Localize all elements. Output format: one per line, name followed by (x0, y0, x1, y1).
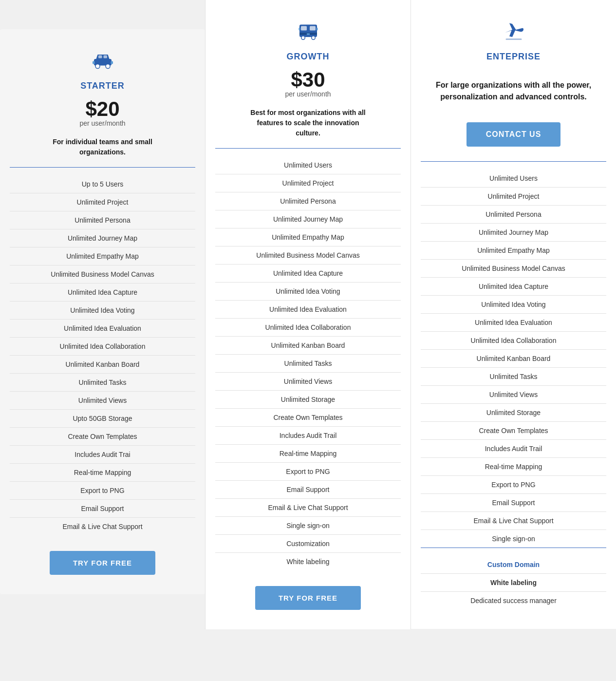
list-item: Unlimited Tasks (10, 374, 195, 392)
growth-features: Unlimited Users Unlimited Project Unlimi… (215, 156, 401, 570)
enterprise-plan: ENTEPRISE For large organizations with a… (411, 0, 616, 629)
list-item: Real-time Mapping (10, 464, 195, 482)
svg-point-12 (301, 36, 305, 40)
list-item: Email & Live Chat Support (215, 499, 401, 517)
list-item: Unlimited Empathy Map (215, 228, 401, 246)
list-item: Unlimited Business Model Canvas (215, 246, 401, 265)
list-item: Unlimited Views (215, 373, 401, 391)
white-labeling-feature: White labeling (490, 579, 537, 586)
growth-cta-button[interactable]: TRY FOR FREE (255, 586, 361, 610)
list-item: Create Own Templates (10, 428, 195, 446)
svg-rect-5 (103, 56, 107, 58)
list-item: Real-time Mapping (421, 458, 606, 476)
svg-point-3 (106, 64, 110, 69)
list-item: Unlimited Idea Evaluation (10, 320, 195, 338)
enterprise-divider-2 (421, 548, 606, 548)
enterprise-name: ENTEPRISE (486, 52, 541, 62)
list-item: Unlimited Business Model Canvas (10, 265, 195, 284)
list-item: Unlimited Idea Collaboration (10, 338, 195, 356)
list-item: Unlimited Idea Evaluation (421, 314, 606, 332)
starter-plan: STARTER $20 per user/month For individua… (0, 29, 205, 594)
list-item: Upto 50GB Storage (10, 410, 195, 428)
svg-rect-16 (316, 28, 317, 31)
growth-plan: GROWTH $30 per user/month Best for most … (205, 0, 411, 629)
list-item: Unlimited Business Model Canvas (421, 260, 606, 278)
svg-rect-9 (301, 26, 307, 31)
list-item: Includes Audit Trail (215, 427, 401, 445)
list-item: Unlimited Tasks (215, 355, 401, 373)
list-item: Unlimited Users (215, 156, 401, 174)
svg-rect-15 (299, 28, 300, 31)
svg-marker-1 (96, 55, 109, 59)
svg-rect-6 (93, 61, 95, 64)
list-item: Unlimited Project (10, 193, 195, 211)
growth-price: $30 (291, 70, 325, 90)
list-item: Unlimited Idea Voting (10, 302, 195, 320)
list-item: Single sign-on (215, 517, 401, 535)
list-item: Unlimited Storage (215, 391, 401, 409)
list-item: Unlimited Journey Map (215, 210, 401, 228)
list-item: Includes Audit Trai (10, 446, 195, 464)
starter-divider (10, 167, 195, 168)
list-item: Unlimited Users (421, 170, 606, 188)
list-item: Unlimited Views (10, 392, 195, 410)
list-item: Unlimited Kanban Board (215, 337, 401, 355)
starter-description: For individual teams and small organizat… (39, 137, 166, 157)
list-item: Unlimited Idea Voting (215, 283, 401, 301)
list-item: Email & Live Chat Support (421, 512, 606, 530)
growth-divider (215, 148, 401, 149)
list-item: Single sign-on (421, 530, 606, 548)
enterprise-icon (502, 19, 525, 48)
list-item: Unlimited Idea Collaboration (421, 332, 606, 350)
list-item: Email Support (421, 494, 606, 512)
list-item: Unlimited Tasks (421, 368, 606, 386)
list-item: Unlimited Kanban Board (10, 356, 195, 374)
list-item: Export to PNG (215, 463, 401, 481)
svg-rect-10 (310, 26, 316, 31)
list-item: Unlimited Persona (10, 211, 195, 229)
list-item: Customization (215, 535, 401, 553)
svg-rect-4 (98, 56, 102, 58)
custom-domain-feature: Custom Domain (487, 561, 540, 568)
list-item: Up to 5 Users (10, 175, 195, 193)
list-item: Unlimited Storage (421, 404, 606, 422)
svg-point-2 (95, 64, 100, 69)
enterprise-description: For large organizations with all the pow… (421, 79, 606, 103)
list-item: Create Own Templates (421, 422, 606, 440)
growth-description: Best for most organizations with all fea… (245, 108, 372, 138)
list-item: Unlimited Idea Voting (421, 296, 606, 314)
growth-name: GROWTH (287, 52, 330, 62)
list-item: Unlimited Kanban Board (421, 350, 606, 368)
list-item: Unlimited Persona (421, 206, 606, 224)
enterprise-cta-button[interactable]: CONTACT US (467, 122, 561, 147)
list-item: Unlimited Idea Capture (421, 278, 606, 296)
list-item: Dedicated success manager (421, 592, 606, 609)
growth-period: per user/month (285, 90, 331, 98)
list-item: Export to PNG (10, 482, 195, 500)
list-item: Export to PNG (421, 476, 606, 494)
list-item: Unlimited Idea Evaluation (215, 301, 401, 319)
svg-rect-14 (307, 34, 310, 35)
list-item: Custom Domain (421, 556, 606, 574)
starter-icon (91, 49, 114, 77)
list-item: Unlimited Persona (215, 192, 401, 210)
list-item: Unlimited Journey Map (421, 224, 606, 242)
list-item: Unlimited Idea Capture (10, 284, 195, 302)
list-item: Real-time Mapping (215, 445, 401, 463)
list-item: Unlimited Empathy Map (421, 242, 606, 260)
list-item: Unlimited Empathy Map (10, 247, 195, 265)
list-item: Email Support (215, 481, 401, 499)
starter-name: STARTER (80, 81, 125, 91)
starter-cta-button[interactable]: TRY FOR FREE (50, 551, 155, 575)
enterprise-extra-features: Custom Domain White labeling Dedicated s… (421, 556, 606, 609)
enterprise-features: Unlimited Users Unlimited Project Unlimi… (421, 170, 606, 548)
list-item: Unlimited Idea Collaboration (215, 319, 401, 337)
starter-features: Up to 5 Users Unlimited Project Unlimite… (10, 175, 195, 535)
svg-rect-7 (111, 61, 113, 64)
pricing-container: STARTER $20 per user/month For individua… (0, 0, 616, 681)
list-item: Unlimited Project (421, 188, 606, 206)
list-item: Unlimited Project (215, 174, 401, 192)
list-item: White labeling (421, 574, 606, 592)
list-item: Unlimited Journey Map (10, 229, 195, 247)
list-item: Create Own Templates (215, 409, 401, 427)
